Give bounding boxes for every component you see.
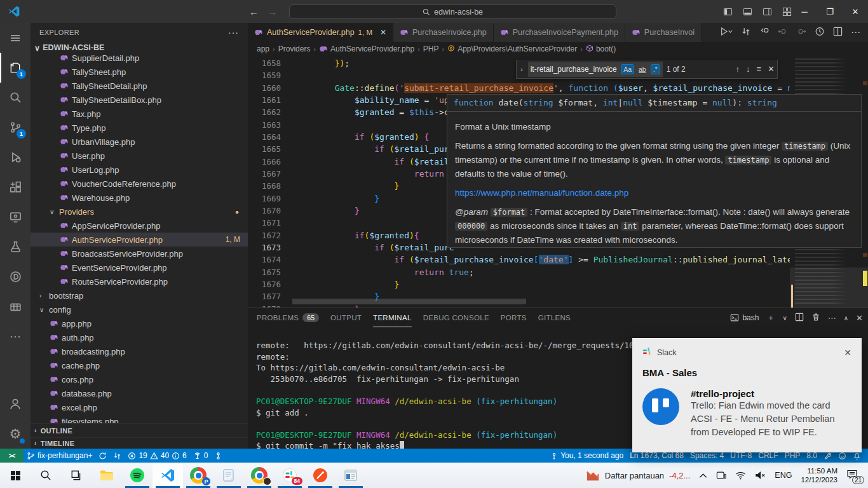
notepad-button[interactable] (214, 463, 244, 488)
explorer-more-actions-icon[interactable]: ··· (228, 27, 239, 37)
problems-item[interactable]: 19 40 6 (125, 449, 189, 463)
editor-tab-purchaseinvoi[interactable]: PurchaseInvoi (625, 23, 702, 42)
wifi-icon[interactable] (735, 471, 746, 480)
window-app-button[interactable] (336, 463, 366, 488)
git-branch-item[interactable]: fix-perhitungan+ (24, 449, 95, 463)
horizontal-scrollbar[interactable] (292, 299, 526, 304)
vscode-taskbar-button[interactable] (153, 463, 183, 488)
slack-taskbar-button[interactable]: 84 (275, 463, 305, 488)
panel-more-actions-icon[interactable]: ⋯ (828, 313, 836, 323)
previous-change-icon[interactable] (778, 27, 788, 39)
tree-file-vouchercodereference-php[interactable]: VoucherCodeReference.php (31, 177, 248, 191)
tree-file-authserviceprovider-php[interactable]: AuthServiceProvider.php1, M (31, 233, 248, 247)
outline-section[interactable]: › OUTLINE (31, 423, 248, 437)
split-terminal-icon[interactable] (795, 313, 804, 323)
breadcrumb-item[interactable]: app (257, 44, 269, 53)
toggle-panel-icon[interactable] (743, 7, 752, 17)
remote-indicator[interactable]: >< (0, 449, 24, 463)
tree-folder-bootstrap[interactable]: ›bootstrap (31, 288, 248, 302)
find-input[interactable]: it-retail_purchase_invoice Aa ab .* (528, 62, 663, 77)
stocks-widget[interactable]: Daftar pantauan -4,2... (586, 469, 690, 482)
close-toast-icon[interactable]: ✕ (844, 348, 851, 358)
chrome-pwa-button[interactable]: P (183, 463, 214, 488)
close-window-icon[interactable]: ✕ (843, 0, 868, 23)
toggle-replace-icon[interactable]: › (519, 65, 524, 73)
panel-tab-debug-console[interactable]: DEBUG CONSOLE (423, 308, 489, 327)
tree-file-excel-php[interactable]: excel.php (31, 400, 248, 414)
nav-forward-icon[interactable]: → (268, 6, 277, 17)
panel-tab-ports[interactable]: PORTS (501, 308, 527, 327)
tree-file-appserviceprovider-php[interactable]: AppServiceProvider.php (31, 219, 248, 233)
find-in-selection-icon[interactable]: ≡ (757, 64, 762, 74)
breadcrumb-item[interactable]: PHP (423, 44, 439, 53)
language-indicator[interactable]: ENG (775, 471, 792, 480)
breadcrumb-item[interactable]: Providers (278, 44, 311, 53)
customize-layout-icon[interactable] (782, 7, 792, 17)
tree-file-routeserviceprovider-php[interactable]: RouteServiceProvider.php (31, 274, 248, 288)
show-hidden-icons-chevron[interactable] (699, 473, 707, 478)
slack-notification-toast[interactable]: Slack ✕ BMA - Sales #trello-project Trel… (632, 338, 862, 452)
timeline-history-icon[interactable] (815, 27, 825, 39)
run-code-icon[interactable] (720, 27, 733, 39)
clock[interactable]: 11:50 AM 12/12/2023 (801, 466, 837, 484)
next-change-icon[interactable] (796, 27, 806, 39)
tree-file-tallysheetdetail-php[interactable]: TallySheetDetail.php (31, 79, 248, 93)
start-button[interactable] (0, 463, 31, 488)
cast-device-icon[interactable] (716, 471, 726, 480)
chrome-profile-button[interactable] (244, 463, 275, 488)
extensions-icon[interactable] (0, 172, 31, 202)
previous-match-icon[interactable]: ↑ (736, 64, 740, 74)
restore-icon[interactable]: ❐ (817, 0, 843, 23)
circle-d-icon[interactable] (0, 262, 31, 292)
whole-word-icon[interactable]: ab (636, 64, 649, 74)
terminal-dropdown-icon[interactable]: ∨ (782, 315, 787, 322)
minimize-icon[interactable]: ─ (792, 0, 817, 23)
toggle-secondary-sidebar-icon[interactable] (763, 7, 772, 17)
editor-tab-purchaseinvoice-php[interactable]: PurchaseInvoice.php (393, 23, 494, 42)
tree-file-auth-php[interactable]: auth.php (31, 330, 248, 344)
file-explorer-button[interactable] (92, 463, 122, 488)
remote-explorer-icon[interactable] (0, 202, 31, 232)
tree-file-broadcasting-php[interactable]: broadcasting.php (31, 344, 248, 358)
toggle-sidebar-icon[interactable] (723, 7, 733, 17)
orange-app-button[interactable] (305, 463, 336, 488)
commit-info-item[interactable]: You, 1 second ago (547, 449, 627, 463)
accounts-icon[interactable] (0, 389, 31, 419)
panel-tab-terminal[interactable]: TERMINAL (373, 308, 412, 327)
open-changes-icon[interactable] (759, 27, 770, 39)
timeline-section[interactable]: › TIMELINE (31, 437, 248, 449)
taskbar-search-button[interactable] (31, 463, 61, 488)
close-tab-icon[interactable]: ✕ (380, 28, 386, 37)
tree-file-tallysheetdetailbox-php[interactable]: TallySheetDetailBox.php (31, 93, 248, 107)
tree-file-tax-php[interactable]: Tax.php (31, 107, 248, 121)
close-find-icon[interactable]: ✕ (768, 64, 775, 74)
search-view-icon[interactable] (0, 83, 31, 112)
task-view-button[interactable] (61, 463, 92, 488)
tree-file-cache-php[interactable]: cache.php (31, 358, 248, 372)
container-icon[interactable] (0, 292, 31, 322)
tree-file-warehouse-php[interactable]: Warehouse.php (31, 191, 248, 205)
next-match-icon[interactable]: ↓ (746, 64, 750, 74)
maximize-panel-icon[interactable]: ∧ (844, 315, 848, 322)
editor-more-actions-icon[interactable]: ⋯ (851, 27, 860, 38)
gitlens-compare-item[interactable] (110, 449, 125, 463)
gitlens-item[interactable] (211, 449, 226, 463)
panel-tab-problems[interactable]: PROBLEMS65 (257, 308, 319, 327)
action-center[interactable]: 21 (846, 469, 862, 482)
run-debug-icon[interactable] (0, 142, 31, 172)
split-editor-icon[interactable] (833, 27, 843, 39)
new-terminal-icon[interactable]: ＋ (766, 312, 775, 323)
panel-tab-output[interactable]: OUTPUT (330, 308, 362, 327)
testing-beaker-icon[interactable] (0, 232, 31, 262)
tree-file-cors-php[interactable]: cors.php (31, 372, 248, 386)
editor-tab-purchaseinvoicepayment-php[interactable]: PurchaseInvoicePayment.php (494, 23, 625, 42)
nav-back-icon[interactable]: ← (249, 6, 259, 17)
tree-file-urbanvillage-php[interactable]: UrbanVillage.php (31, 135, 248, 149)
regex-icon[interactable]: .* (651, 64, 660, 74)
tree-file-eventserviceprovider-php[interactable]: EventServiceProvider.php (31, 261, 248, 274)
breadcrumb-item[interactable]: boot() (586, 44, 616, 54)
tree-file-app-php[interactable]: app.php (31, 316, 248, 330)
editor-tab-authserviceprovider-php[interactable]: AuthServiceProvider.php1, M✕ (248, 23, 393, 42)
tree-file-tallysheet-php[interactable]: TallySheet.php (31, 65, 248, 79)
minimap-slider[interactable] (790, 268, 868, 312)
